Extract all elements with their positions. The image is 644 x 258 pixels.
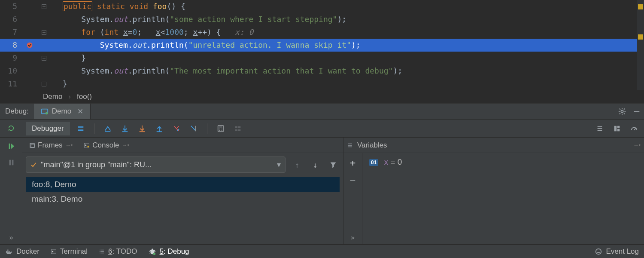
- console-tab[interactable]: Console →•: [80, 139, 133, 151]
- line-number: 11: [0, 77, 20, 90]
- run-to-cursor-button[interactable]: [187, 122, 200, 135]
- threads-view-button[interactable]: [74, 122, 87, 135]
- svg-point-26: [221, 129, 222, 129]
- trace-button[interactable]: [231, 122, 244, 135]
- docker-label: Docker: [16, 247, 39, 256]
- thread-dropdown[interactable]: "main"@1 in group "main": RU... ▾: [26, 157, 286, 173]
- more-vars-button[interactable]: »: [345, 231, 361, 244]
- svg-rect-37: [617, 126, 620, 128]
- overhead-button[interactable]: [628, 122, 641, 135]
- debug-session-tab[interactable]: Demo ✕: [34, 104, 91, 119]
- svg-point-28: [221, 130, 222, 131]
- code-text[interactable]: for (int x=0; x<1000; x++) { x: 0: [63, 26, 253, 39]
- breadcrumb-item[interactable]: Demo: [43, 92, 62, 101]
- debug-label: Debug:: [0, 107, 34, 116]
- todo-toolwindow-button[interactable]: 6: TODO: [99, 247, 137, 256]
- code-line[interactable]: 9 }: [0, 52, 644, 64]
- step-out-icon: [155, 125, 163, 132]
- fold-icon[interactable]: [42, 56, 46, 61]
- pause-icon: [7, 159, 15, 166]
- svg-point-70: [596, 249, 601, 254]
- terminal-label: Terminal: [60, 247, 88, 256]
- line-number: 7: [0, 26, 20, 39]
- breakpoint-icon[interactable]: [26, 41, 33, 49]
- breadcrumb-item[interactable]: foo(): [77, 92, 92, 101]
- svg-point-0: [27, 43, 33, 48]
- line-number: 8: [0, 39, 20, 52]
- filter-frames-button[interactable]: [327, 158, 340, 171]
- next-frame-button[interactable]: ↓: [309, 158, 322, 171]
- stack-frames-list[interactable]: foo:8, Demo main:3. Demo: [26, 177, 340, 206]
- debug-toolwindow-button[interactable]: 5: Debug: [149, 247, 189, 256]
- add-watch-button[interactable]: +: [350, 157, 355, 168]
- restore-layout-button[interactable]: [611, 122, 623, 135]
- svg-rect-36: [614, 126, 617, 131]
- svg-point-62: [151, 249, 153, 250]
- docker-toolwindow-button[interactable]: Docker: [5, 247, 39, 256]
- code-text[interactable]: System.out.println("some action where I …: [63, 13, 346, 26]
- fold-gutter[interactable]: [39, 82, 48, 86]
- code-line-current[interactable]: 8 System.out.println("unrelated action. …: [0, 39, 644, 52]
- warning-marker-icon[interactable]: [638, 4, 643, 9]
- terminal-toolwindow-button[interactable]: Terminal: [51, 247, 88, 256]
- fold-icon[interactable]: [42, 30, 46, 35]
- code-text[interactable]: public static void foo() {: [63, 0, 185, 13]
- code-text[interactable]: }: [63, 77, 67, 90]
- drop-frame-button[interactable]: [170, 122, 183, 135]
- pause-button[interactable]: [3, 155, 19, 170]
- step-over-button[interactable]: [118, 122, 131, 135]
- step-out-button[interactable]: [153, 122, 166, 135]
- debug-toolbar-row: Debugger: [0, 120, 644, 138]
- resume-button[interactable]: [3, 138, 19, 154]
- stack-frame[interactable]: foo:8, Demo: [26, 177, 340, 192]
- fold-gutter[interactable]: [39, 4, 48, 9]
- svg-line-39: [634, 128, 636, 130]
- frames-tab-label: Frames: [38, 141, 63, 150]
- close-tab-icon[interactable]: ✕: [77, 107, 83, 116]
- settings-button[interactable]: [615, 104, 629, 119]
- marker-bar[interactable]: [637, 0, 644, 90]
- evaluate-expression-button[interactable]: [214, 122, 227, 135]
- rerun-button[interactable]: [3, 120, 19, 136]
- fold-icon[interactable]: [42, 4, 46, 9]
- code-line[interactable]: 6 System.out.println("some action where …: [0, 13, 644, 26]
- prev-frame-button[interactable]: ↑: [291, 158, 304, 171]
- minimize-button[interactable]: [629, 104, 644, 119]
- stack-frame[interactable]: main:3. Demo: [26, 192, 340, 206]
- execution-point-icon: [104, 125, 112, 132]
- remove-watch-button[interactable]: −: [350, 175, 355, 186]
- pin-icon[interactable]: →•: [122, 142, 130, 148]
- code-text[interactable]: System.out.println("The most important a…: [63, 64, 402, 77]
- breakpoint-gutter[interactable]: [20, 41, 39, 49]
- terminal-icon: [51, 249, 57, 255]
- debugger-tab[interactable]: Debugger: [26, 122, 70, 135]
- variables-list[interactable]: 01 x = 0: [362, 153, 644, 244]
- layout-button[interactable]: [593, 122, 606, 135]
- pin-icon[interactable]: →•: [633, 142, 641, 148]
- code-line[interactable]: 11 }: [0, 77, 644, 90]
- todo-label: : TODO: [112, 247, 137, 255]
- code-editor[interactable]: 5 public static void foo() { 6 System.ou…: [0, 0, 644, 90]
- code-line[interactable]: 5 public static void foo() {: [0, 0, 644, 13]
- fold-icon[interactable]: [42, 82, 46, 86]
- code-text[interactable]: System.out.println("unrelated action. I …: [63, 39, 361, 52]
- code-text[interactable]: }: [63, 52, 86, 64]
- code-line[interactable]: 10 System.out.println("The most importan…: [0, 64, 644, 77]
- code-line[interactable]: 7 for (int x=0; x<1000; x++) { x: 0: [0, 26, 644, 39]
- more-actions-button[interactable]: »: [3, 231, 19, 244]
- step-into-button[interactable]: [136, 122, 149, 135]
- variable-name[interactable]: x: [384, 157, 389, 166]
- svg-point-25: [219, 129, 220, 129]
- fold-gutter[interactable]: [39, 30, 48, 35]
- show-execution-point-button[interactable]: [101, 122, 114, 135]
- frames-tab[interactable]: Frames →•: [26, 139, 76, 151]
- warning-marker-icon[interactable]: [638, 34, 643, 40]
- svg-line-10: [620, 113, 620, 114]
- breadcrumb[interactable]: Demo › foo(): [0, 90, 644, 103]
- pin-icon[interactable]: →•: [65, 142, 73, 148]
- event-log-button[interactable]: Event Log: [595, 247, 639, 256]
- svg-rect-29: [235, 126, 237, 128]
- fold-gutter[interactable]: [39, 56, 48, 61]
- debug-toolwindow-header: Debug: Demo ✕: [0, 103, 644, 120]
- status-bar: Docker Terminal 6: TODO 5: Debug Event L…: [0, 244, 644, 258]
